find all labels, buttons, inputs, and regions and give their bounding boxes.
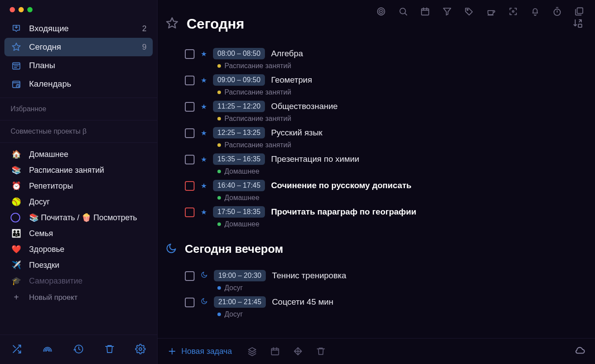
project-item[interactable]: 🥎Досуг — [4, 194, 153, 210]
sort-button[interactable] — [572, 18, 583, 30]
task-time: 12:25 – 13:25 — [213, 127, 265, 138]
task-subline: Расписание занятий — [201, 62, 588, 70]
rainbow-button[interactable] — [40, 342, 55, 356]
task-checkbox[interactable] — [185, 49, 195, 59]
nav-item-star[interactable]: Сегодня 9 — [4, 38, 153, 56]
project-item[interactable]: 👪Семья — [4, 226, 153, 241]
minimize-window[interactable] — [18, 7, 24, 12]
trash-small-icon[interactable] — [316, 346, 326, 357]
history-button[interactable] — [72, 342, 86, 356]
search-icon[interactable] — [398, 6, 408, 17]
svg-point-6 — [381, 11, 382, 12]
bottom-bar-icons — [247, 346, 574, 357]
task-row[interactable]: ★ 12:25 – 13:25 Русский язык Расписание … — [185, 124, 588, 150]
calendar-small-icon[interactable] — [270, 346, 280, 357]
task-title: Алгебра — [271, 49, 303, 58]
task-checkbox[interactable] — [185, 102, 195, 112]
project-item[interactable]: ❤️Здоровье — [4, 241, 153, 257]
bell-icon[interactable] — [530, 6, 540, 17]
project-dot — [217, 222, 221, 226]
task-time: 17:50 – 18:35 — [213, 206, 265, 218]
star-icon: ★ — [201, 76, 207, 84]
task-body: ★ 08:00 – 08:50 Алгебра Расписание занят… — [201, 48, 588, 70]
project-item[interactable]: 📚 Почитать / 🍿 Посмотреть — [4, 210, 153, 226]
svg-rect-8 — [422, 9, 429, 15]
task-time: 21:00 – 21:45 — [214, 296, 266, 308]
filter-icon[interactable] — [442, 6, 452, 17]
nav-primary: Входящие 2 Сегодня 9 Планы Календарь — [0, 17, 157, 98]
task-row[interactable]: ★ 11:25 – 12:20 Обществознание Расписани… — [185, 97, 588, 124]
project-item[interactable]: 📚Расписание занятий — [4, 162, 153, 178]
shuffle-button[interactable] — [10, 342, 24, 356]
project-emoji: ❤️ — [11, 244, 22, 254]
close-window[interactable] — [10, 7, 15, 12]
task-project: Домашнее — [224, 167, 259, 175]
nav-count: 9 — [142, 43, 147, 52]
maximize-window[interactable] — [27, 7, 33, 12]
task-project: Досуг — [224, 310, 243, 318]
task-checkbox[interactable] — [185, 298, 195, 307]
project-label: Саморазвитие — [29, 277, 83, 286]
new-project-label: Новый проект — [29, 293, 77, 302]
task-project: Домашнее — [224, 220, 259, 228]
layers-icon[interactable] — [247, 346, 257, 357]
move-icon[interactable] — [293, 346, 303, 357]
panels-icon[interactable] — [574, 6, 584, 17]
task-line: ★ 11:25 – 12:20 Обществознание — [201, 101, 588, 112]
nav-item-calendar-list[interactable]: Планы — [4, 56, 153, 75]
task-subline: Досуг — [201, 310, 588, 318]
new-project-button[interactable]: +Новый проект — [4, 289, 153, 306]
star-icon — [165, 17, 180, 32]
page-title: Сегодня — [187, 16, 244, 32]
task-checkbox[interactable] — [185, 271, 195, 281]
project-item[interactable]: 🎓Саморазвитие — [4, 273, 153, 289]
task-row[interactable]: 21:00 – 21:45 Соцсети 45 мин Досуг — [185, 293, 588, 319]
favorites-header[interactable]: Избранное — [0, 98, 157, 120]
task-checkbox[interactable] — [185, 155, 195, 164]
task-checkbox[interactable] — [185, 207, 195, 217]
tag-icon[interactable] — [464, 6, 474, 17]
task-time: 08:00 – 08:50 — [213, 48, 265, 59]
task-project: Домашнее — [224, 194, 259, 202]
stopwatch-icon[interactable] — [552, 6, 562, 17]
task-checkbox[interactable] — [185, 181, 195, 191]
task-checkbox[interactable] — [185, 128, 195, 138]
project-item[interactable]: ⏰Репетиторы — [4, 178, 153, 194]
task-checkbox[interactable] — [185, 76, 195, 85]
new-task-button[interactable]: Новая задача — [167, 346, 232, 356]
task-line: 21:00 – 21:45 Соцсети 45 мин — [201, 296, 588, 308]
shared-projects-header[interactable]: Совместные проекты β — [0, 120, 157, 142]
target-icon[interactable] — [376, 6, 386, 17]
task-row[interactable]: ★ 16:40 – 17:45 Сочинение по русскому до… — [185, 176, 588, 203]
tasks-evening-list: 19:00 – 20:30 Теннис тренировка Досуг 21… — [165, 266, 588, 319]
calendar-icon[interactable] — [420, 6, 430, 17]
settings-button[interactable] — [133, 342, 147, 356]
task-time: 16:40 – 17:45 — [213, 180, 265, 191]
sync-icon[interactable] — [574, 345, 585, 358]
task-subline: Домашнее — [201, 220, 588, 228]
nav-item-calendar-clock[interactable]: Календарь — [4, 75, 153, 93]
task-project: Досуг — [224, 284, 243, 292]
task-body: ★ 12:25 – 13:25 Русский язык Расписание … — [201, 127, 588, 149]
task-time: 11:25 – 12:20 — [213, 101, 265, 112]
focus-icon[interactable] — [508, 6, 518, 17]
inbox-icon — [11, 24, 22, 33]
moon-icon — [201, 298, 208, 306]
coffee-icon[interactable] — [486, 6, 496, 17]
svg-rect-12 — [577, 8, 583, 14]
task-title: Русский язык — [271, 128, 323, 138]
task-body: ★ 11:25 – 12:20 Обществознание Расписани… — [201, 101, 588, 123]
task-row[interactable]: ★ 17:50 – 18:35 Прочитать параграф по ге… — [185, 203, 588, 229]
task-row[interactable]: ★ 15:35 – 16:35 Презентация по химии Дом… — [185, 150, 588, 176]
task-title: Геометрия — [271, 75, 312, 85]
task-row[interactable]: ★ 09:00 – 09:50 Геометрия Расписание зан… — [185, 71, 588, 97]
trash-button[interactable] — [103, 342, 117, 356]
project-item[interactable]: ✈️Поездки — [4, 257, 153, 273]
task-body: ★ 09:00 – 09:50 Геометрия Расписание зан… — [201, 74, 588, 96]
project-item[interactable]: 🏠Домашнее — [4, 146, 153, 162]
nav-item-inbox[interactable]: Входящие 2 — [4, 19, 153, 38]
task-row[interactable]: ★ 08:00 – 08:50 Алгебра Расписание занят… — [185, 44, 588, 71]
task-row[interactable]: 19:00 – 20:30 Теннис тренировка Досуг — [185, 266, 588, 293]
svg-point-3 — [139, 348, 142, 350]
svg-point-10 — [512, 11, 514, 12]
